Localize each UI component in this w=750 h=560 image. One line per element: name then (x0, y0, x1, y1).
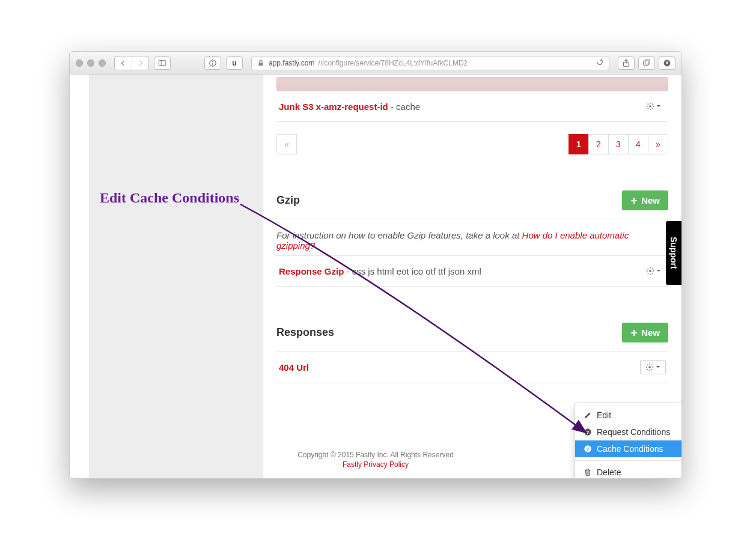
chevron-right-icon (136, 59, 145, 67)
caret-down-icon (656, 365, 660, 370)
footer-privacy-link[interactable]: Fastly Privacy Policy (70, 460, 681, 469)
responses-title: Responses (276, 326, 334, 339)
tab-info-button[interactable]: u (226, 56, 243, 70)
svg-rect-0 (159, 60, 165, 65)
titlebar: u app.fastly.com/#configure/service/78HZ… (70, 52, 681, 75)
header-item-desc: - cache (388, 102, 420, 112)
responses-item-row: 404 Url (276, 352, 668, 383)
reload-button[interactable] (596, 58, 604, 68)
gzip-item-text: Response Gzip - css js html eot ico otf … (279, 266, 481, 276)
svg-point-10 (649, 105, 651, 108)
gzip-item-desc: - css js html eot ico otf ttf json xml (344, 266, 481, 276)
support-tab[interactable]: Support (666, 221, 681, 285)
responses-item-name[interactable]: 404 Url (279, 362, 309, 373)
responses-section-header: Responses New (276, 323, 668, 352)
pagination-list: 1 2 3 4 » (569, 134, 668, 154)
caret-down-icon (656, 104, 661, 109)
responses-item-gear[interactable] (640, 360, 666, 374)
gzip-instruction-text: For instruction on how to enable Gzip fe… (276, 230, 522, 240)
pagination-page-1[interactable]: 1 (569, 134, 589, 154)
svg-rect-4 (212, 62, 213, 65)
svg-rect-5 (259, 62, 263, 65)
tabs-icon (642, 59, 651, 67)
dropdown-edit-label: Edit (597, 410, 611, 420)
downloads-button[interactable] (659, 56, 675, 70)
reload-icon (596, 58, 604, 66)
close-traffic-light[interactable] (76, 59, 83, 67)
question-circle-icon: ? (584, 428, 592, 436)
share-button[interactable] (618, 56, 635, 70)
pagination-prev[interactable]: « (276, 134, 297, 154)
toolbar-right (618, 56, 675, 70)
url-host: app.fastly.com (269, 59, 314, 67)
url-bar[interactable]: app.fastly.com/#configure/service/78HZcL… (251, 56, 609, 70)
pagination-page-3[interactable]: 3 (608, 134, 629, 154)
gzip-new-label: New (641, 195, 660, 205)
caret-down-icon (656, 269, 661, 273)
url-path: /#configure/service/78HZcL4LtdYIfuAfkCLM… (318, 59, 468, 67)
header-item-name[interactable]: Junk S3 x-amz-request-id (279, 102, 388, 112)
info-button[interactable] (204, 56, 221, 70)
zoom-traffic-light[interactable] (99, 59, 106, 67)
dropdown-delete-label: Delete (597, 467, 621, 477)
gzip-item-row: Response Gzip - css js html eot ico otf … (276, 255, 668, 287)
browser-window: u app.fastly.com/#configure/service/78HZ… (69, 51, 682, 479)
back-button[interactable] (115, 56, 132, 70)
forward-button[interactable] (132, 56, 148, 70)
pagination-next[interactable]: » (648, 134, 668, 154)
dropdown-request-conditions-label: Request Conditions (597, 427, 670, 437)
gzip-new-button[interactable]: New (622, 190, 668, 210)
share-icon (622, 59, 630, 67)
footer: Copyright © 2015 Fastly Inc. All Rights … (70, 451, 681, 469)
gzip-section-header: Gzip New (276, 190, 668, 219)
tabs-button[interactable] (638, 56, 655, 70)
svg-rect-7 (644, 61, 648, 65)
gzip-instruction: For instruction on how to enable Gzip fe… (276, 230, 668, 251)
lock-icon (257, 59, 265, 67)
responses-item-text: 404 Url (279, 362, 309, 373)
gzip-item-gear[interactable] (641, 264, 666, 278)
pagination-page-2[interactable]: 2 (588, 134, 609, 154)
chevron-left-icon (119, 59, 127, 67)
pencil-icon (584, 411, 592, 419)
collapsed-header-row[interactable] (276, 77, 668, 91)
gear-icon (645, 363, 654, 371)
panel-icon (158, 59, 166, 67)
page-content: Junk S3 x-amz-request-id - cache « 1 2 3… (70, 75, 681, 478)
svg-rect-8 (645, 59, 650, 64)
sidebar (89, 75, 263, 478)
info-icon (209, 59, 217, 67)
dropdown-request-conditions[interactable]: ? Request Conditions (575, 424, 682, 440)
gzip-item-name[interactable]: Response Gzip (279, 266, 344, 276)
svg-point-12 (648, 366, 651, 368)
responses-new-button[interactable]: New (622, 323, 668, 342)
trash-icon (584, 468, 592, 476)
download-icon (663, 59, 671, 67)
svg-point-11 (649, 270, 651, 272)
responses-new-label: New (641, 327, 660, 338)
annotation-label: Edit Cache Conditions (100, 190, 239, 206)
gear-icon (646, 102, 654, 111)
window-controls (76, 59, 106, 67)
footer-copyright: Copyright © 2015 Fastly Inc. All Rights … (297, 451, 454, 459)
minimize-traffic-light[interactable] (87, 59, 94, 67)
plus-icon (630, 329, 638, 336)
svg-point-3 (212, 61, 213, 62)
nav-buttons (114, 56, 149, 70)
plus-icon (630, 197, 638, 204)
pagination: « 1 2 3 4 » (276, 134, 668, 154)
main-panel: Junk S3 x-amz-request-id - cache « 1 2 3… (263, 75, 681, 478)
sidebar-toggle-button[interactable] (154, 56, 171, 70)
pagination-page-4[interactable]: 4 (628, 134, 648, 154)
dropdown-edit[interactable]: Edit (575, 407, 682, 424)
gear-icon (646, 267, 654, 275)
header-item-gear[interactable] (641, 100, 666, 113)
header-item-text: Junk S3 x-amz-request-id - cache (279, 102, 420, 112)
left-gutter (70, 75, 89, 478)
header-item-row: Junk S3 x-amz-request-id - cache (276, 91, 668, 122)
svg-text:?: ? (587, 430, 590, 435)
gzip-title: Gzip (276, 194, 300, 207)
